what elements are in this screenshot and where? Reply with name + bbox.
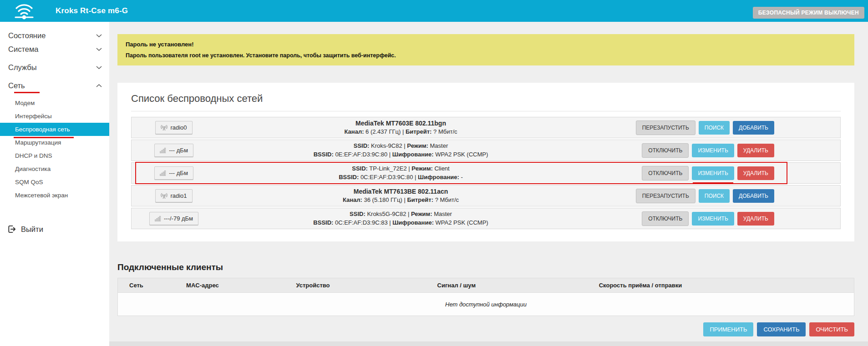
radio-device-name: MediaTek MT7613BE 802.11acn — [216, 187, 585, 196]
chevron-down-icon — [96, 65, 102, 70]
sidebar: Состояние Система Службы Сеть Модем Инте… — [0, 22, 109, 346]
clients-table: Сеть MAC-адрес Устройство Сигнал / шум С… — [117, 278, 854, 316]
sidebar-item-system[interactable]: Система — [0, 40, 109, 58]
delete-button[interactable]: УДАЛИТЬ — [737, 212, 774, 226]
network-bssid-line: BSSID: 0C:EF:AF:D3:9C:80 | Шифрование: - — [216, 173, 585, 182]
column-header-mac: MAC-адрес — [155, 282, 250, 289]
save-button[interactable]: СОХРАНИТЬ — [757, 322, 806, 336]
wireless-row-radio1: radio1 MediaTek MT7613BE 802.11acn Канал… — [131, 185, 841, 206]
signal-bars-icon — [155, 216, 161, 221]
column-header-signal-noise: Сигнал / шум — [376, 282, 538, 289]
sidebar-item-services[interactable]: Службы — [0, 58, 109, 76]
sidebar-item-modem[interactable]: Модем — [0, 96, 109, 110]
radio-channel-info: Канал: 36 (5.180 ГГц) | Битрейт: ? Мбит/… — [216, 196, 585, 205]
wireless-card: Список беспроводных сетей radio0 MediaTe… — [117, 83, 854, 241]
network-ssid-line: SSID: Kroks5G-9C82 | Режим: Master — [216, 210, 585, 219]
logout-icon — [7, 225, 16, 234]
scan-button[interactable]: ПОИСК — [699, 189, 730, 203]
clear-button[interactable]: ОЧИСТИТЬ — [809, 322, 854, 336]
radio-device-name: MediaTek MT7603E 802.11bgn — [216, 119, 585, 128]
restart-button[interactable]: ПЕРЕЗАПУСТИТЬ — [636, 120, 695, 135]
edit-button[interactable]: ИЗМЕНИТЬ — [692, 166, 734, 180]
password-warning-banner: Пароль не установлен! Пароль пользовател… — [117, 34, 854, 65]
signal-badge: --- дБм — [154, 166, 193, 180]
divider — [131, 111, 841, 111]
network-info: SSID: TP-Link_72E2 | Режим: Client BSSID… — [216, 165, 585, 182]
network-bssid-line: BSSID: 0E:EF:AF:D3:9C:80 | Шифрование: W… — [216, 150, 585, 159]
sidebar-item-status[interactable]: Состояние — [0, 22, 109, 40]
signal-badge: --- дБм — [154, 144, 193, 157]
wireless-row-kroks: --- дБм SSID: Kroks-9C82 | Режим: Master… — [131, 140, 841, 161]
chevron-up-icon — [96, 84, 102, 88]
signal-bars-icon — [160, 147, 166, 153]
column-header-rx-tx-rate: Скорость приёма / отправки — [538, 282, 744, 289]
warning-message: Пароль пользователя root не установлен. … — [126, 52, 846, 59]
sidebar-item-interfaces[interactable]: Интерфейсы — [0, 110, 109, 123]
radio-info: MediaTek MT7603E 802.11bgn Канал: 6 (2.4… — [216, 119, 585, 136]
edit-button[interactable]: ИЗМЕНИТЬ — [692, 212, 734, 226]
main-content: Пароль не установлен! Пароль пользовател… — [109, 22, 868, 346]
add-button[interactable]: ДОБАВИТЬ — [733, 121, 774, 135]
signal-badge: ---/-79 дБм — [149, 212, 198, 225]
clients-table-header: Сеть MAC-адрес Устройство Сигнал / шум С… — [118, 278, 854, 293]
column-header-network: Сеть — [118, 282, 155, 289]
wireless-section-title: Список беспроводных сетей — [131, 93, 841, 105]
sidebar-item-diagnostics[interactable]: Диагностика — [0, 162, 109, 176]
page-title: Kroks Rt-Cse m6-G — [56, 6, 128, 15]
radio-badge: radio0 — [155, 121, 192, 134]
network-bssid-line: BSSID: 0C:EF:AF:D3:9C:83 | Шифрование: W… — [216, 219, 585, 227]
chevron-down-icon — [96, 47, 102, 51]
radio-info: MediaTek MT7613BE 802.11acn Канал: 36 (5… — [216, 187, 585, 205]
network-info: SSID: Kroks-9C82 | Режим: Master BSSID: … — [216, 142, 585, 159]
wifi-antenna-logo-icon — [14, 1, 35, 20]
sidebar-item-firewall[interactable]: Межсетевой экран — [0, 189, 109, 202]
network-ssid-line: SSID: Kroks-9C82 | Режим: Master — [216, 142, 585, 150]
disable-button[interactable]: ОТКЛЮЧИТЬ — [642, 143, 689, 158]
network-submenu: Модем Интерфейсы Беспроводная сеть Маршр… — [0, 96, 109, 202]
apply-button[interactable]: ПРИМЕНИТЬ — [703, 322, 753, 336]
disable-button[interactable]: ОТКЛЮЧИТЬ — [642, 211, 689, 226]
clients-empty-message: Нет доступной информации — [118, 293, 854, 316]
footer-strip — [109, 341, 868, 346]
delete-button[interactable]: УДАЛИТЬ — [737, 166, 774, 180]
radio-badge: radio1 — [155, 189, 192, 202]
edit-button[interactable]: ИЗМЕНИТЬ — [692, 144, 734, 157]
annotation-underline-network — [14, 92, 40, 93]
annotation-underline-edit-button — [693, 182, 733, 184]
radio-channel-info: Канал: 6 (2.437 ГГц) | Битрейт: ? Мбит/с — [216, 128, 585, 136]
signal-bars-icon — [160, 170, 166, 176]
sidebar-item-dhcp-dns[interactable]: DHCP и DNS — [0, 149, 109, 162]
wireless-row-tplink-client: --- дБм SSID: TP-Link_72E2 | Режим: Clie… — [131, 162, 841, 184]
restart-button[interactable]: ПЕРЕЗАПУСТИТЬ — [636, 189, 695, 203]
page-actions: ПРИМЕНИТЬ СОХРАНИТЬ ОЧИСТИТЬ — [117, 322, 854, 336]
network-info: SSID: Kroks5G-9C82 | Режим: Master BSSID… — [216, 210, 585, 227]
add-button[interactable]: ДОБАВИТЬ — [733, 189, 774, 203]
sidebar-item-sqm-qos[interactable]: SQM QoS — [0, 176, 109, 189]
sidebar-item-network[interactable]: Сеть — [0, 76, 109, 95]
wireless-row-kroks5g: ---/-79 дБм SSID: Kroks5G-9C82 | Режим: … — [131, 208, 841, 229]
network-ssid-line: SSID: TP-Link_72E2 | Режим: Client — [216, 165, 585, 173]
safe-mode-button[interactable]: БЕЗОПАСНЫЙ РЕЖИМ ВЫКЛЮЧЕН — [753, 7, 864, 19]
chevron-down-icon — [96, 34, 102, 38]
delete-button[interactable]: УДАЛИТЬ — [737, 144, 774, 157]
disable-button[interactable]: ОТКЛЮЧИТЬ — [642, 166, 689, 181]
clients-section-title: Подключенные клиенты — [117, 262, 854, 272]
header-bar: Kroks Rt-Cse m6-G БЕЗОПАСНЫЙ РЕЖИМ ВЫКЛЮ… — [0, 0, 868, 22]
sidebar-item-wireless[interactable]: Беспроводная сеть — [0, 123, 109, 136]
antenna-icon — [161, 193, 168, 199]
wireless-row-radio0: radio0 MediaTek MT7603E 802.11bgn Канал:… — [131, 117, 841, 138]
logout-button[interactable]: Выйти — [0, 221, 109, 237]
scan-button[interactable]: ПОИСК — [699, 121, 730, 135]
warning-title: Пароль не установлен! — [126, 41, 846, 48]
sidebar-item-routing[interactable]: Маршрутизация — [0, 136, 109, 149]
antenna-icon — [161, 125, 168, 131]
column-header-device: Устройство — [250, 282, 376, 289]
